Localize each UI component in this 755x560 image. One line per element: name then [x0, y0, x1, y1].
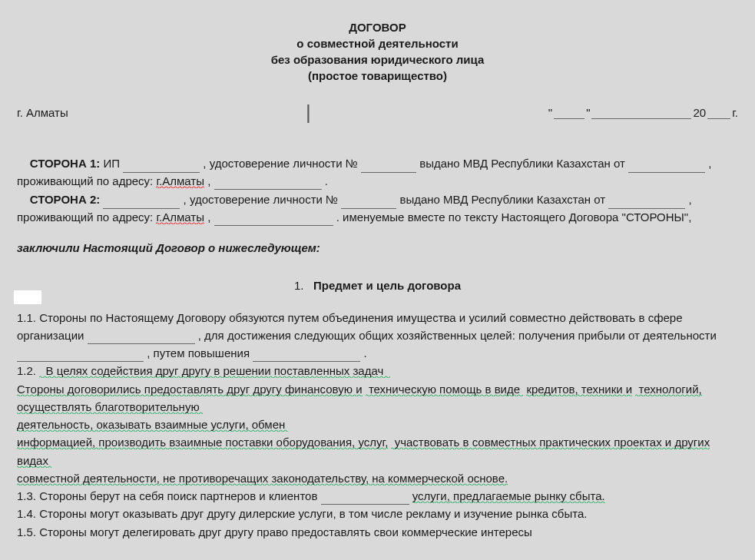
party-2-city: г.Алматы: [156, 210, 204, 224]
section-1-heading: 1. Предмет и цель договора: [17, 279, 738, 292]
party-2-issued: выдано МВД Республики Казахстан от: [399, 193, 608, 206]
c11-b: , для достижения следующих общих хозяйст…: [198, 329, 717, 342]
clause-1-3: 1.3. Стороны берут на себя поиск партнер…: [17, 487, 738, 505]
date-quote-close: ": [586, 106, 590, 119]
date-block: " " 20 г.: [548, 106, 738, 119]
c12-p2e: деятельность, оказывать взаимные услуги,…: [17, 418, 288, 432]
party-2-tail: . именуемые вместе по тексту Настоящего …: [336, 210, 692, 224]
party-1-line: СТОРОНА 1: ИП , удостоверение личности №…: [17, 155, 738, 190]
party-2-addr-blank: [214, 214, 333, 226]
party-1-label: СТОРОНА 1:: [30, 157, 101, 170]
c11-blank-2: [17, 350, 144, 362]
party-1-id-text: , удостоверение личности №: [203, 157, 361, 170]
title-line-1: ДОГОВОР: [17, 19, 738, 35]
date-year-prefix: 20: [693, 106, 706, 119]
clause-1-4: 1.4. Стороны могут оказывать друг другу …: [17, 505, 738, 522]
city-label: г. Алматы: [17, 106, 68, 119]
white-notch: [14, 290, 41, 304]
party-2-issued-blank: [608, 197, 685, 209]
date-year-suffix: г.: [732, 106, 738, 119]
separator-bar: |: [293, 101, 323, 124]
party-1-dot: .: [325, 174, 328, 187]
c12-p1: В целях содействия друг другу в решении …: [39, 364, 389, 378]
party-1-addr-blank: [214, 177, 322, 190]
party-1-issued: выдано МВД Республики Казахстан от: [419, 157, 628, 170]
section-1-num: 1.: [294, 279, 304, 292]
party-2-id-blank: [341, 197, 396, 209]
city-date-row: г. Алматы | " " 20 г.: [17, 101, 738, 124]
party-1-name-blank: [123, 161, 200, 173]
c11-blank-1: [88, 332, 195, 344]
party-2-label: СТОРОНА 2:: [30, 193, 101, 206]
party-2-id-text: , удостоверение личности №: [184, 193, 342, 206]
c11-blank-3: [253, 350, 360, 362]
c13-blank: [321, 492, 409, 505]
section-1-title: Предмет и цель договора: [313, 279, 461, 292]
c13-b: услуги, предлагаемые рынку сбыта.: [412, 489, 605, 503]
date-month-blank: [591, 107, 691, 119]
party-1-issued-blank: [628, 161, 705, 173]
parties-block: СТОРОНА 1: ИП , удостоверение личности №…: [17, 155, 738, 226]
c12-p2h: совместной деятельности, не противоречащ…: [17, 472, 508, 485]
title-line-3: без образования юридического лица: [17, 51, 738, 68]
clause-1-1: 1.1. Стороны по Настоящему Договору обяз…: [17, 309, 738, 363]
title-block: ДОГОВОР о совместной деятельности без об…: [17, 19, 738, 84]
party-1-prefix: ИП: [103, 157, 123, 170]
title-line-2: о совместной деятельности: [17, 35, 738, 51]
concluded-line: заключили Настоящий Договор о нижеследую…: [17, 240, 738, 257]
party-1-city: г.Алматы: [156, 174, 204, 188]
c12-p2f: информацией, производить взаимные постав…: [17, 436, 388, 449]
title-line-4: (простое товарищество): [17, 68, 738, 84]
clause-1-5: 1.5. Стороны могут делегировать друг дру…: [17, 523, 738, 541]
c13-a: 1.3. Стороны берут на себя поиск партнер…: [17, 489, 321, 502]
document-page: ДОГОВОР о совместной деятельности без об…: [0, 0, 755, 560]
party-2-line: СТОРОНА 2: , удостоверение личности № вы…: [17, 191, 738, 226]
party-1-id-blank: [361, 161, 416, 173]
party-1-comma: ,: [207, 174, 214, 187]
c11-d: .: [363, 346, 366, 360]
date-day-blank: [554, 107, 584, 119]
c11-c: , путем повышения: [147, 346, 253, 360]
c12-lead: 1.2.: [17, 364, 36, 377]
c12-p2c: кредитов, техники и: [526, 383, 632, 396]
clause-1-2: 1.2. В целях содействия друг другу в реш…: [17, 362, 738, 487]
party-2-name-blank: [103, 197, 180, 209]
party-2-comma: ,: [207, 210, 214, 224]
date-quote-open: ": [548, 106, 552, 119]
c12-p2b: техническую помощь в виде: [366, 383, 524, 396]
c12-p2a: Стороны договорились предоставлять друг …: [17, 383, 363, 396]
date-year-blank: [707, 107, 730, 119]
